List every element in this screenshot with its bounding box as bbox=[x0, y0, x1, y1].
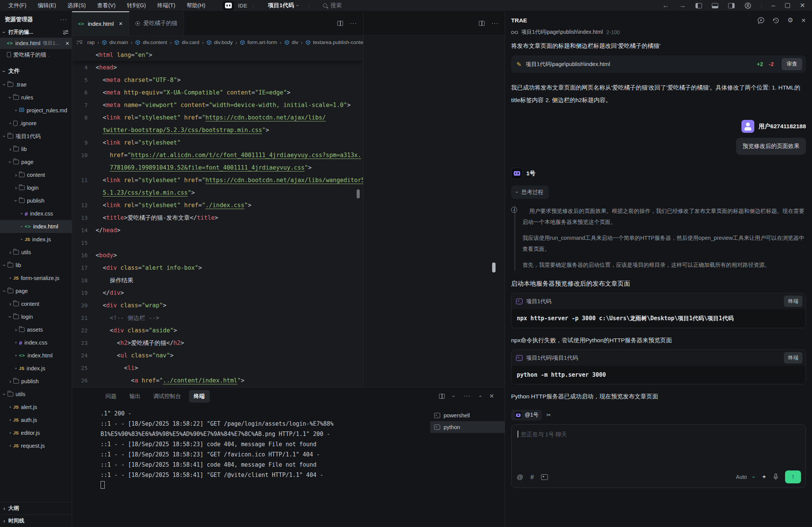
maximize-panel-icon[interactable]: › bbox=[477, 395, 483, 397]
project-selector[interactable]: 项目1代码 bbox=[268, 2, 294, 9]
breadcrumb-item[interactable]: div.body bbox=[206, 39, 233, 45]
tree-item-project_rules.md[interactable]: project_rules.md bbox=[0, 104, 72, 117]
send-button[interactable]: ↑ bbox=[785, 470, 801, 483]
tree-item-index.html[interactable]: <>index.html bbox=[0, 220, 72, 233]
tree-item-page[interactable]: ›page bbox=[0, 285, 72, 297]
code-line[interactable]: 9 <link rel="stylesheet" bbox=[72, 137, 363, 149]
code-line[interactable]: 21 <!-- 侧边栏 --> bbox=[72, 312, 363, 324]
tree-item-login[interactable]: ›login bbox=[0, 310, 72, 323]
split-editor-icon[interactable] bbox=[337, 21, 343, 26]
command-card[interactable]: >_ 项目1代码\项目1代码 终端 python -m http.server … bbox=[511, 349, 806, 384]
file-edit-card[interactable]: ✎ 项目1代码\page\publish\index.html +2 -2 审查 bbox=[511, 55, 806, 73]
terminal-output[interactable]: .1" 200 -::1 - - [18/Sep/2025 18:58:22] … bbox=[72, 405, 430, 491]
split-terminal-icon[interactable] bbox=[439, 394, 445, 399]
chevron-down-icon[interactable]: › bbox=[295, 5, 301, 6]
tree-item-lib[interactable]: ›lib bbox=[0, 259, 72, 272]
tree-item-lib[interactable]: ›lib bbox=[0, 143, 72, 156]
terminal-badge-button[interactable]: 终端 bbox=[784, 352, 803, 363]
breadcrumb[interactable]: rap›div.main›div.content›div.card›div.bo… bbox=[72, 36, 363, 49]
files-section[interactable]: › 文件 bbox=[0, 65, 72, 77]
new-chat-icon[interactable] bbox=[757, 17, 765, 24]
panel-tab-问题[interactable]: 问题 bbox=[101, 390, 121, 403]
editor-tab-index.html[interactable]: <>index.html✕ bbox=[72, 11, 129, 35]
tree-item-项目1代码[interactable]: ›项目1代码 bbox=[0, 130, 72, 143]
timeline-section[interactable]: › 时间线 bbox=[0, 514, 72, 527]
editor-scrollbar[interactable] bbox=[357, 189, 360, 198]
close-window-button[interactable]: ✕ bbox=[800, 2, 805, 9]
review-button[interactable]: 审查 bbox=[782, 58, 802, 70]
breadcrumb-item[interactable]: div bbox=[284, 39, 298, 45]
sparkle-icon[interactable]: ✦ bbox=[762, 474, 766, 480]
menu-item-4[interactable]: 转到(G) bbox=[123, 1, 151, 10]
tree-item-page[interactable]: ›page bbox=[0, 156, 72, 168]
panel-tab-终端[interactable]: 终端 bbox=[189, 390, 210, 403]
toggle-secondary-sidebar-icon[interactable] bbox=[728, 3, 735, 8]
code-line[interactable]: 7 <meta name="viewport" content="width=d… bbox=[72, 99, 363, 112]
mention-icon[interactable]: @ bbox=[517, 474, 523, 481]
panel-more-icon[interactable]: ··· bbox=[463, 393, 471, 400]
tree-item-content[interactable]: ›content bbox=[0, 168, 72, 181]
terminal-session-python[interactable]: >_python bbox=[430, 421, 505, 433]
explorer-more-icon[interactable]: ··· bbox=[60, 16, 67, 23]
tree-item-index.html[interactable]: <>index.html bbox=[0, 349, 72, 362]
tree-item-request.js[interactable]: JSrequest.js bbox=[0, 439, 72, 452]
menu-item-1[interactable]: 编辑(E) bbox=[33, 1, 61, 10]
tree-item-index.css[interactable]: #index.css bbox=[0, 336, 72, 349]
close-panel-icon[interactable]: ✕ bbox=[801, 17, 806, 24]
context-reference[interactable]: 项目1代码\page\publish\index.html 2-100 bbox=[511, 29, 806, 36]
menu-item-0[interactable]: 文件(F) bbox=[4, 1, 31, 10]
back-arrow-icon[interactable]: ← bbox=[662, 2, 669, 9]
code-line[interactable]: 6 <meta http-equiv="X-UA-Compatible" con… bbox=[72, 87, 363, 99]
close-icon[interactable]: ✕ bbox=[119, 21, 123, 27]
editor-more-icon[interactable]: ··· bbox=[491, 20, 499, 27]
mode-selector[interactable]: Auto bbox=[736, 474, 747, 480]
code-line[interactable]: 16<body> bbox=[72, 249, 363, 262]
thinking-toggle[interactable]: › 思考过程 bbox=[511, 186, 549, 199]
tree-item-index.css[interactable]: #index.css bbox=[0, 207, 72, 220]
tree-item-utils[interactable]: ›utils bbox=[0, 388, 72, 401]
account-icon[interactable] bbox=[744, 2, 751, 9]
panel-tab-调试控制台[interactable]: 调试控制台 bbox=[148, 390, 186, 403]
code-line[interactable]: 8 <link rel="stylesheet" href="https://c… bbox=[72, 112, 363, 124]
terminal-session-powershell[interactable]: >_powershell bbox=[430, 409, 505, 421]
code-editor[interactable]: <html lang="en">4<head>5 <meta charset="… bbox=[72, 49, 363, 387]
code-line[interactable]: 4<head> bbox=[72, 61, 363, 74]
maximize-button[interactable] bbox=[785, 3, 790, 8]
menu-item-2[interactable]: 选择(S) bbox=[63, 1, 90, 10]
tree-item-content[interactable]: ›content bbox=[0, 297, 72, 310]
chevron-down-icon[interactable]: › bbox=[751, 476, 757, 478]
code-line[interactable]: 15 bbox=[72, 237, 363, 249]
ide-logo-icon[interactable] bbox=[223, 1, 234, 10]
code-line[interactable]: 24 <ul class="nav"> bbox=[72, 349, 363, 362]
breadcrumb-item[interactable]: textarea.publish-content bbox=[305, 39, 363, 45]
toggle-panel-icon[interactable] bbox=[712, 3, 718, 8]
history-icon[interactable] bbox=[773, 17, 779, 24]
forward-arrow-icon[interactable]: → bbox=[679, 2, 686, 9]
chat-input[interactable]: 您正在与 1号 聊天 @ # Auto › ✦ ↑ bbox=[511, 424, 806, 488]
split-editor-icon[interactable] bbox=[479, 21, 485, 26]
tree-item-publish[interactable]: ›publish bbox=[0, 194, 72, 207]
close-panel-icon[interactable]: ✕ bbox=[489, 393, 494, 400]
attach-image-icon[interactable] bbox=[541, 474, 548, 480]
code-line[interactable]: 13 <title>爱吃橘子的猫-发布文章</title> bbox=[72, 212, 363, 224]
agent-mention-chip[interactable]: @1号 bbox=[511, 410, 542, 420]
code-line[interactable]: 19 </div> bbox=[72, 287, 363, 299]
settings-gear-icon[interactable]: ⚙ bbox=[787, 16, 793, 24]
command-card[interactable]: >_ 项目1代码 终端 npx http-server -p 3000 c:\U… bbox=[511, 293, 806, 328]
open-editors-section[interactable]: › 打开的编... bbox=[0, 26, 72, 38]
open-editor-item[interactable]: 爱吃橘子的猫. bbox=[0, 49, 72, 60]
close-icon[interactable]: ✕ bbox=[65, 41, 69, 46]
menu-item-3[interactable]: 查看(V) bbox=[93, 1, 120, 10]
terminal-badge-button[interactable]: 终端 bbox=[784, 296, 803, 307]
code-line[interactable]: 17 <div class="alert info-box"> bbox=[72, 262, 363, 274]
tree-item-login[interactable]: ›login bbox=[0, 181, 72, 194]
code-line[interactable]: 10 href="https://at.alicdn.com/t/c/font_… bbox=[72, 149, 363, 162]
filter-icon[interactable] bbox=[77, 40, 82, 45]
panel-tab-输出[interactable]: 输出 bbox=[124, 390, 145, 403]
code-line[interactable]: 20 <div class="wrap"> bbox=[72, 299, 363, 312]
tree-item-auth.js[interactable]: JSauth.js bbox=[0, 414, 72, 426]
code-line[interactable]: 12 <link rel="stylesheet" href="./index.… bbox=[72, 199, 363, 212]
tree-item-alert.js[interactable]: JSalert.js bbox=[0, 401, 72, 414]
layout-toggle-icon[interactable] bbox=[63, 30, 69, 35]
menu-item-5[interactable]: 终端(T) bbox=[153, 1, 180, 10]
